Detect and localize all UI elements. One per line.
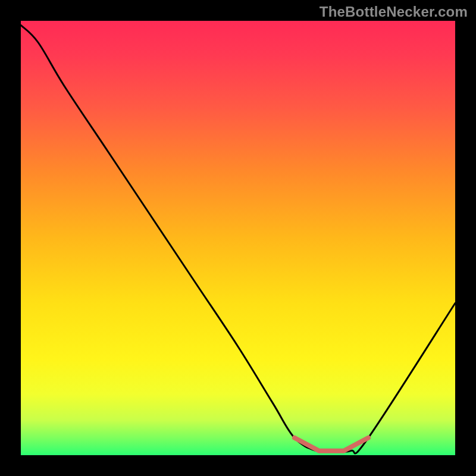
watermark-text: TheBottleNecker.com [320, 4, 468, 20]
chart-svg [0, 0, 476, 476]
gradient-background [21, 21, 455, 455]
bottleneck-chart: TheBottleNecker.com [0, 0, 476, 476]
plot-area [21, 21, 455, 455]
